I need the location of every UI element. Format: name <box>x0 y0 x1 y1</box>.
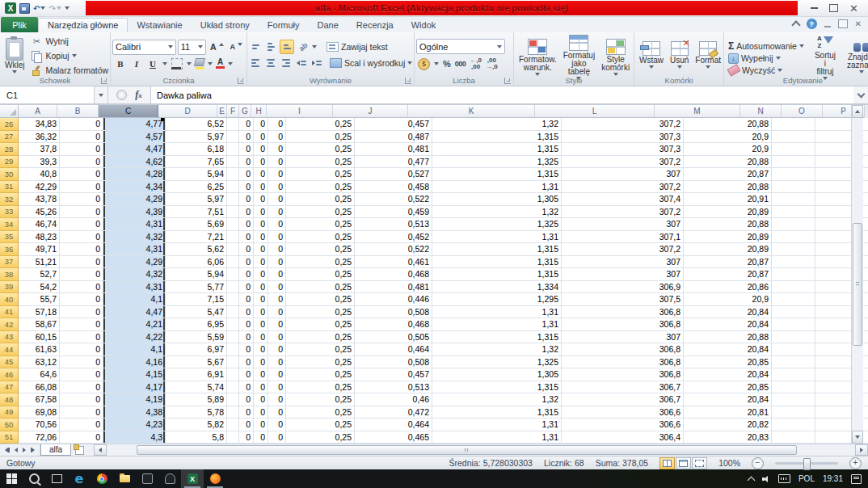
cell-D38[interactable]: 5,94 <box>166 268 227 281</box>
clock[interactable]: 19:31 <box>823 474 843 483</box>
cell-H31[interactable]: 0 <box>268 181 286 194</box>
name-box[interactable]: C1 <box>0 86 95 104</box>
zoom-level[interactable]: 100% <box>718 458 740 468</box>
cell-N44[interactable] <box>772 343 815 356</box>
column-header-G[interactable]: G <box>239 105 251 118</box>
bold-button[interactable]: B <box>114 57 127 70</box>
cell-I29[interactable]: 0,25 <box>286 156 355 169</box>
tab-wstawianie[interactable]: Wstawianie <box>128 19 191 32</box>
cell-D43[interactable]: 5,59 <box>166 331 227 344</box>
column-header-A[interactable]: A <box>19 105 57 118</box>
sort-filter-button[interactable]: AZ Sortuj i filtruj <box>811 34 839 81</box>
sheet-nav-next-icon[interactable] <box>23 448 26 452</box>
comma-style-button[interactable]: 000 <box>455 60 466 68</box>
cell-I32[interactable]: 0,25 <box>286 193 355 206</box>
cell-F47[interactable]: 0 <box>239 381 254 394</box>
cell-N40[interactable] <box>772 293 815 306</box>
cell-A32[interactable]: 43,78 <box>19 193 60 206</box>
cell-L28[interactable]: 307,3 <box>562 143 684 156</box>
tab-formuły[interactable]: Formuły <box>259 19 309 32</box>
row-header-35[interactable]: 35 <box>0 231 19 244</box>
cell-N29[interactable] <box>772 156 815 169</box>
cell-D44[interactable]: 6,97 <box>166 343 227 356</box>
cell-K46[interactable]: 1,305 <box>432 368 562 381</box>
cell-H40[interactable]: 0 <box>268 293 286 306</box>
italic-button[interactable]: I <box>130 57 143 70</box>
row-header-32[interactable]: 32 <box>0 193 19 206</box>
row-header-44[interactable]: 44 <box>0 343 19 356</box>
cell-A49[interactable]: 69,08 <box>19 406 60 419</box>
cell-F35[interactable]: 0 <box>239 231 254 244</box>
cell-B27[interactable]: 0 <box>60 131 103 144</box>
cell-G33[interactable]: 0 <box>254 206 268 219</box>
cell-D47[interactable]: 5,74 <box>166 381 227 394</box>
cell-I35[interactable]: 0,25 <box>286 231 355 244</box>
cell-K51[interactable]: 1,31 <box>432 431 562 444</box>
cell-A51[interactable]: 72,06 <box>19 431 60 444</box>
insert-function-icon[interactable]: fx <box>135 89 142 101</box>
cell-E37[interactable] <box>227 256 239 269</box>
cell-G28[interactable]: 0 <box>254 143 268 156</box>
formula-input[interactable]: Dawka paliwa <box>151 86 853 104</box>
cell-F43[interactable]: 0 <box>239 331 254 344</box>
cell-B35[interactable]: 0 <box>60 231 103 244</box>
cell-C38[interactable]: 4,32 <box>103 268 166 281</box>
cell-E51[interactable] <box>227 431 239 444</box>
cell-N28[interactable] <box>772 143 815 156</box>
increase-decimal-button[interactable]: ←,0,00 <box>470 57 482 70</box>
cell-L41[interactable]: 306,8 <box>562 306 684 319</box>
scroll-up-icon[interactable] <box>852 105 863 118</box>
view-page-break-button[interactable] <box>692 457 707 469</box>
cell-M41[interactable]: 20,84 <box>684 306 772 319</box>
cell-C43[interactable]: 4,22 <box>103 331 166 344</box>
cell-H48[interactable]: 0 <box>268 393 286 406</box>
cell-H44[interactable]: 0 <box>268 343 286 356</box>
cell-G26[interactable]: 0 <box>254 118 268 131</box>
cell-H26[interactable]: 0 <box>268 118 286 131</box>
increase-indent-button[interactable] <box>310 57 323 69</box>
cell-C46[interactable]: 4,15 <box>103 368 166 381</box>
maximize-icon[interactable] <box>829 4 838 12</box>
cell-N50[interactable] <box>772 419 815 431</box>
cell-F28[interactable]: 0 <box>239 143 254 156</box>
cell-I42[interactable]: 0,25 <box>286 318 355 331</box>
cell-L49[interactable]: 306,6 <box>562 406 684 419</box>
cell-N47[interactable] <box>772 381 815 394</box>
cell-B40[interactable]: 0 <box>60 293 103 306</box>
tab-dane[interactable]: Dane <box>309 19 348 32</box>
volume-icon[interactable] <box>762 475 770 483</box>
cell-E50[interactable] <box>227 419 239 431</box>
cell-M51[interactable]: 20,83 <box>684 431 772 444</box>
cell-E39[interactable] <box>227 281 239 294</box>
row-header-39[interactable]: 39 <box>0 281 19 294</box>
cell-J47[interactable]: 0,513 <box>355 381 432 394</box>
cell-E44[interactable] <box>227 343 239 356</box>
cell-G48[interactable]: 0 <box>254 393 268 406</box>
cancel-entry-icon[interactable] <box>116 90 127 100</box>
horizontal-scrollbar[interactable] <box>94 444 868 456</box>
cell-L35[interactable]: 307,1 <box>562 231 684 244</box>
borders-dropdown-icon[interactable] <box>187 62 192 65</box>
number-dialog-launcher-icon[interactable] <box>504 78 511 84</box>
cell-G34[interactable]: 0 <box>254 218 268 231</box>
cell-L48[interactable]: 306,7 <box>562 393 684 406</box>
cell-D35[interactable]: 7,21 <box>166 231 227 244</box>
cell-K38[interactable]: 1,315 <box>432 268 562 281</box>
cell-J51[interactable]: 0,465 <box>355 431 432 444</box>
cell-H32[interactable]: 0 <box>268 193 286 206</box>
cell-G40[interactable]: 0 <box>254 293 268 306</box>
cell-K37[interactable]: 1,315 <box>432 256 562 269</box>
scroll-left-icon[interactable] <box>94 444 107 456</box>
row-header-40[interactable]: 40 <box>0 293 19 306</box>
column-header-C[interactable]: C <box>99 105 158 118</box>
cell-N26[interactable] <box>772 118 815 131</box>
paste-button[interactable]: Wklej <box>2 34 27 78</box>
cell-E28[interactable] <box>227 143 239 156</box>
format-cells-button[interactable]: Format <box>692 40 724 69</box>
cell-K41[interactable]: 1,31 <box>432 306 562 319</box>
cell-I27[interactable]: 0,25 <box>286 131 355 144</box>
tab-file[interactable]: Plik <box>1 17 38 32</box>
cell-M38[interactable]: 20,87 <box>684 268 772 281</box>
pinned-app-1-button[interactable] <box>136 469 158 488</box>
cell-G44[interactable]: 0 <box>254 343 268 356</box>
